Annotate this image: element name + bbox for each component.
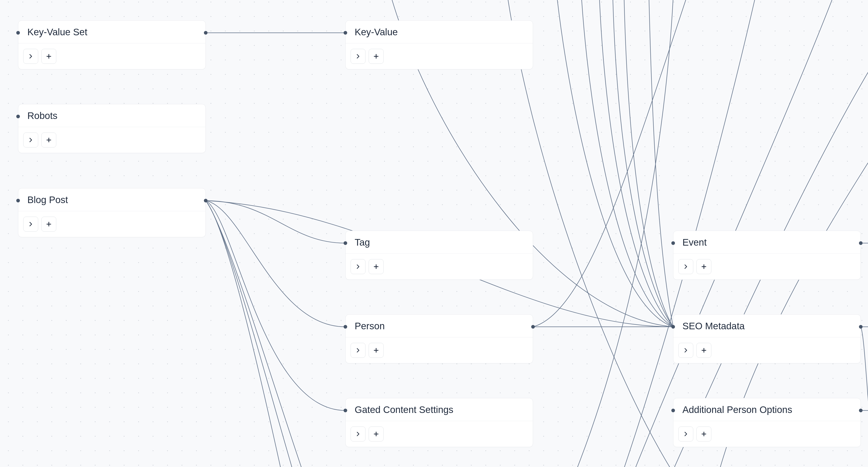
expand-button[interactable] — [350, 343, 366, 358]
chevron-right-icon — [355, 54, 361, 59]
add-button[interactable] — [369, 343, 383, 358]
node-title: Tag — [346, 231, 533, 254]
plus-icon — [701, 264, 707, 269]
node-body — [673, 338, 861, 363]
node-body — [346, 254, 533, 280]
node-title: Blog Post — [18, 188, 206, 211]
outlet-dot[interactable] — [204, 199, 208, 202]
outlet-dot[interactable] — [531, 325, 535, 329]
expand-button[interactable] — [350, 259, 366, 274]
inlet-dot[interactable] — [344, 325, 347, 329]
node-keyvalueset[interactable]: Key-Value Set — [18, 20, 206, 69]
outlet-dot[interactable] — [859, 241, 863, 245]
chevron-right-icon — [355, 264, 361, 269]
node-title: Gated Content Settings — [346, 398, 533, 421]
plus-icon — [46, 137, 52, 143]
node-title: Robots — [18, 104, 206, 127]
node-title: Key-Value — [346, 21, 533, 43]
node-gated[interactable]: Gated Content Settings — [345, 398, 533, 447]
outlet-dot[interactable] — [204, 31, 208, 35]
node-body — [18, 43, 206, 69]
plus-icon — [373, 431, 379, 437]
node-seo[interactable]: SEO Metadata — [673, 314, 861, 363]
node-body — [346, 421, 533, 447]
outlet-dot[interactable] — [859, 409, 863, 412]
node-body — [346, 43, 533, 69]
node-keyvalue[interactable]: Key-Value — [345, 20, 533, 69]
add-button[interactable] — [369, 259, 383, 274]
add-button[interactable] — [41, 217, 56, 232]
expand-button[interactable] — [23, 217, 38, 232]
add-button[interactable] — [41, 133, 56, 147]
add-button[interactable] — [696, 259, 711, 274]
chevron-right-icon — [683, 348, 688, 353]
chevron-right-icon — [683, 264, 688, 269]
node-blogpost[interactable]: Blog Post — [18, 188, 206, 237]
outlet-dot[interactable] — [859, 325, 863, 329]
chevron-right-icon — [355, 348, 361, 353]
chevron-right-icon — [28, 222, 33, 227]
plus-icon — [46, 221, 52, 227]
plus-icon — [373, 264, 379, 269]
expand-button[interactable] — [678, 343, 693, 358]
add-button[interactable] — [369, 49, 383, 64]
add-button[interactable] — [369, 427, 383, 441]
plus-icon — [373, 347, 379, 353]
plus-icon — [701, 347, 707, 353]
inlet-dot[interactable] — [671, 409, 675, 412]
add-button[interactable] — [696, 343, 711, 358]
expand-button[interactable] — [678, 259, 693, 274]
node-title: Event — [673, 231, 861, 254]
node-addperson[interactable]: Additional Person Options — [673, 398, 861, 447]
chevron-right-icon — [28, 54, 33, 59]
node-robots[interactable]: Robots — [18, 104, 206, 153]
expand-button[interactable] — [23, 133, 38, 147]
inlet-dot[interactable] — [671, 325, 675, 329]
chevron-right-icon — [28, 137, 33, 143]
node-body — [346, 338, 533, 363]
expand-button[interactable] — [350, 427, 366, 441]
chevron-right-icon — [683, 431, 688, 437]
node-title: Key-Value Set — [18, 21, 206, 43]
node-event[interactable]: Event — [673, 231, 861, 280]
inlet-dot[interactable] — [671, 241, 675, 245]
chevron-right-icon — [355, 431, 361, 437]
plus-icon — [46, 53, 52, 59]
expand-button[interactable] — [23, 49, 38, 64]
inlet-dot[interactable] — [344, 409, 347, 412]
plus-icon — [373, 53, 379, 59]
node-person[interactable]: Person — [345, 314, 533, 363]
node-title: SEO Metadata — [673, 315, 861, 338]
node-body — [18, 127, 206, 153]
add-button[interactable] — [696, 427, 711, 441]
inlet-dot[interactable] — [16, 199, 20, 202]
node-tag[interactable]: Tag — [345, 231, 533, 280]
inlet-dot[interactable] — [16, 115, 20, 118]
inlet-dot[interactable] — [344, 241, 347, 245]
plus-icon — [701, 431, 707, 437]
expand-button[interactable] — [678, 427, 693, 441]
expand-button[interactable] — [350, 49, 366, 64]
inlet-dot[interactable] — [16, 31, 20, 35]
inlet-dot[interactable] — [344, 31, 347, 35]
add-button[interactable] — [41, 49, 56, 64]
node-title: Person — [346, 315, 533, 338]
node-body — [673, 254, 861, 280]
node-body — [18, 211, 206, 237]
node-body — [673, 421, 861, 447]
node-title: Additional Person Options — [673, 398, 861, 421]
